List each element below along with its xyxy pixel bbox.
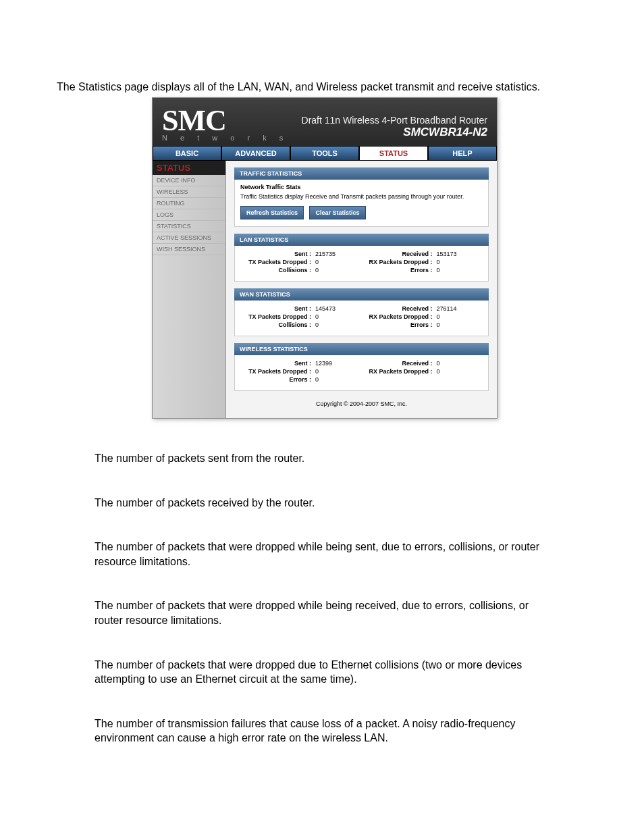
lan-coll-label: Collisions : (240, 267, 311, 273)
def-tx-dropped: The number of packets that were dropped … (95, 540, 549, 569)
wl-err-label: Errors : (240, 376, 311, 383)
def-received: The number of packets received by the ro… (95, 496, 549, 511)
product-model: SMCWBR14-N2 (302, 126, 487, 139)
def-rx-dropped: The number of packets that were dropped … (95, 598, 549, 627)
router-header: SMC N e t w o r k s Draft 11n Wireless 4… (153, 98, 497, 146)
wan-txdrop-label: TX Packets Dropped : (240, 313, 311, 320)
wan-err-label: Errors : (362, 321, 433, 328)
definitions: The number of packets sent from the rout… (95, 451, 549, 746)
router-panel: SMC N e t w o r k s Draft 11n Wireless 4… (152, 97, 498, 419)
nav-tab-status[interactable]: STATUS (359, 146, 428, 161)
wan-rxdrop-value: 0 (433, 313, 440, 320)
lan-rxdrop-label: RX Packets Dropped : (362, 259, 433, 265)
nav-tab-advanced[interactable]: ADVANCED (221, 146, 290, 161)
header-titles: Draft 11n Wireless 4-Port Broadband Rout… (302, 115, 487, 142)
traffic-stats-head: TRAFFIC STATISTICS (234, 167, 489, 180)
sidebar-title: STATUS (153, 161, 225, 175)
sidebar-item-device-info[interactable]: DEVICE INFO (153, 175, 225, 186)
wan-coll-label: Collisions : (240, 321, 311, 328)
clear-button[interactable]: Clear Statistics (309, 206, 365, 219)
lan-coll-value: 0 (311, 267, 319, 273)
lan-err-value: 0 (433, 267, 440, 273)
content-area: TRAFFIC STATISTICS Network Traffic Stats… (226, 161, 497, 418)
nav-tab-tools[interactable]: TOOLS (290, 146, 359, 161)
wireless-stats-head: WIRELESS STATISTICS (234, 343, 489, 355)
wan-recv-label: Received : (362, 305, 433, 312)
lan-stats-body: Sent :215735 TX Packets Dropped :0 Colli… (234, 246, 489, 282)
lan-txdrop-value: 0 (311, 259, 319, 265)
lan-sent-value: 215735 (311, 251, 336, 257)
lan-stats-head: LAN STATISTICS (234, 234, 489, 246)
wl-sent-value: 12399 (311, 360, 332, 367)
wl-err-value: 0 (311, 376, 319, 383)
nav-tab-basic[interactable]: BASIC (153, 146, 221, 161)
sidebar-item-wish-sessions[interactable]: WISH SESSIONS (153, 244, 225, 255)
wan-stats-head: WAN STATISTICS (234, 288, 489, 301)
def-collisions: The number of packets that were dropped … (95, 658, 549, 687)
wl-txdrop-label: TX Packets Dropped : (240, 368, 311, 375)
wan-txdrop-value: 0 (311, 313, 319, 320)
sidebar-item-routing[interactable]: ROUTING (153, 198, 225, 209)
def-sent: The number of packets sent from the rout… (95, 451, 549, 466)
product-title: Draft 11n Wireless 4-Port Broadband Rout… (302, 115, 487, 126)
lan-sent-label: Sent : (240, 251, 311, 257)
traffic-stats-desc: Traffic Statistics display Receive and T… (240, 193, 483, 200)
wan-sent-value: 145473 (311, 305, 336, 312)
logo-sub: N e t w o r k s (162, 134, 288, 142)
wl-txdrop-value: 0 (311, 368, 319, 375)
lan-recv-label: Received : (362, 251, 433, 257)
wl-recv-label: Received : (362, 360, 433, 367)
lan-rxdrop-value: 0 (433, 259, 440, 265)
lan-recv-value: 153173 (433, 251, 457, 257)
wan-recv-value: 276114 (433, 305, 457, 312)
logo-block: SMC N e t w o r k s (162, 106, 288, 142)
sidebar-item-logs[interactable]: LOGS (153, 209, 225, 221)
nav-tab-help[interactable]: HELP (428, 146, 497, 161)
sidebar: STATUS DEVICE INFO WIRELESS ROUTING LOGS… (153, 161, 226, 418)
sidebar-item-statistics[interactable]: STATISTICS (153, 221, 225, 232)
wan-sent-label: Sent : (240, 305, 311, 312)
logo-main: SMC (162, 106, 288, 136)
wl-rxdrop-value: 0 (433, 368, 440, 375)
wl-sent-label: Sent : (240, 360, 311, 367)
traffic-stats-body: Network Traffic Stats Traffic Statistics… (234, 180, 489, 227)
wan-coll-value: 0 (311, 321, 319, 328)
sidebar-item-wireless[interactable]: WIRELESS (153, 186, 225, 198)
refresh-button[interactable]: Refresh Statistics (240, 206, 304, 219)
sidebar-item-active-sessions[interactable]: ACTIVE SESSIONS (153, 232, 225, 244)
def-errors: The number of transmission failures that… (95, 716, 549, 746)
wan-stats-body: Sent :145473 TX Packets Dropped :0 Colli… (234, 301, 489, 336)
lan-txdrop-label: TX Packets Dropped : (240, 259, 311, 265)
lan-err-label: Errors : (362, 267, 433, 273)
intro-text: The Statistics page displays all of the … (57, 81, 644, 93)
traffic-stats-sub: Network Traffic Stats (240, 184, 483, 190)
nav-tabs: BASIC ADVANCED TOOLS STATUS HELP (153, 146, 497, 161)
wl-rxdrop-label: RX Packets Dropped : (362, 368, 433, 375)
wl-recv-value: 0 (433, 360, 440, 367)
wan-rxdrop-label: RX Packets Dropped : (362, 313, 433, 320)
wireless-stats-body: Sent :12399 TX Packets Dropped :0 Errors… (234, 355, 489, 391)
copyright-text: Copyright © 2004-2007 SMC, Inc. (234, 400, 489, 407)
router-body: STATUS DEVICE INFO WIRELESS ROUTING LOGS… (153, 161, 497, 418)
wan-err-value: 0 (433, 321, 440, 328)
